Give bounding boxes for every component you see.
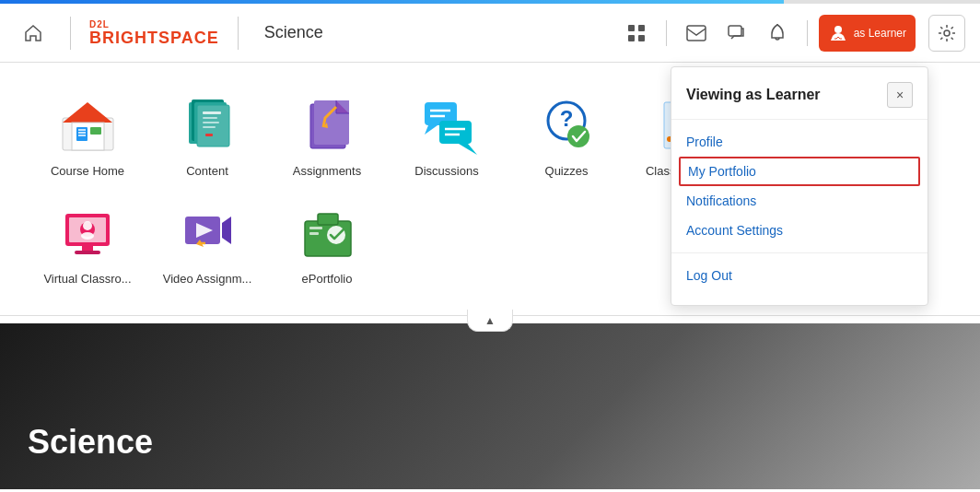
nav-item-eportfolio[interactable]: ePortfolio: [267, 189, 387, 297]
dropdown-title: Viewing as Learner: [686, 87, 821, 103]
hero-title: Science: [28, 423, 153, 462]
dropdown-divider: [671, 252, 928, 253]
logo-text2: ACE: [181, 29, 219, 47]
svg-marker-33: [459, 144, 477, 155]
svg-rect-3: [638, 35, 645, 41]
nav-item-content[interactable]: Content: [147, 81, 267, 189]
virtual-classroom-label: Virtual Classro...: [43, 272, 131, 286]
svg-rect-23: [203, 126, 216, 128]
content-icon: [175, 92, 239, 157]
email-button[interactable]: [678, 15, 715, 52]
logo-bottom: BRIGHTSPACE: [89, 29, 219, 46]
nav-item-quizzes[interactable]: ? Quizzes: [507, 81, 626, 189]
nav-item-course-home[interactable]: Course Home: [28, 81, 147, 189]
header: D2L BRIGHTSPACE Science: [0, 4, 980, 63]
nav-item-virtual-classroom[interactable]: Virtual Classro...: [28, 189, 147, 297]
svg-point-40: [567, 125, 589, 147]
svg-rect-32: [439, 121, 472, 144]
svg-rect-60: [82, 246, 93, 251]
user-button[interactable]: as Learner: [819, 15, 916, 52]
dropdown-logout-item[interactable]: Log Out: [671, 261, 928, 290]
video-assignments-icon: [175, 200, 239, 264]
course-home-icon: [55, 92, 120, 157]
collapse-icon: ▲: [484, 314, 496, 327]
header-divider-2: [238, 17, 239, 50]
chat-button[interactable]: [718, 15, 755, 52]
course-home-label: Course Home: [51, 164, 124, 178]
quizzes-label: Quizzes: [545, 164, 589, 178]
svg-rect-12: [90, 127, 101, 135]
nav-item-video-assignments[interactable]: Video Assignm...: [147, 189, 267, 297]
video-assignments-label: Video Assignm...: [163, 272, 252, 286]
logo-text: BRIGHT: [89, 29, 158, 47]
course-title: Science: [264, 23, 323, 42]
nav-item-assignments[interactable]: Assignments: [267, 81, 387, 189]
dropdown-notifications-item[interactable]: Notifications: [671, 186, 928, 216]
user-label: as Learner: [854, 27, 906, 40]
logo-accent: SP: [158, 29, 181, 47]
settings-button[interactable]: [928, 15, 965, 52]
dropdown-my-portfolio-item[interactable]: My Portfolio: [679, 157, 920, 186]
icon-divider: [666, 20, 667, 46]
collapse-button[interactable]: ▲: [467, 310, 513, 332]
svg-point-58: [83, 221, 92, 230]
svg-rect-4: [687, 26, 706, 41]
quizzes-icon: ?: [534, 92, 599, 157]
svg-rect-2: [628, 35, 635, 41]
svg-rect-0: [628, 25, 635, 31]
assignments-label: Assignments: [293, 164, 361, 178]
svg-rect-61: [75, 251, 100, 254]
home-button[interactable]: [15, 15, 52, 52]
close-icon: ×: [896, 88, 904, 102]
eportfolio-label: ePortfolio: [302, 272, 353, 286]
svg-marker-31: [425, 125, 438, 135]
header-icons: as Learner: [618, 15, 965, 52]
svg-rect-24: [205, 134, 213, 136]
icon-divider-2: [807, 20, 808, 46]
virtual-classroom-icon: [55, 200, 120, 264]
dropdown-header: Viewing as Learner ×: [671, 82, 928, 120]
svg-rect-69: [309, 227, 322, 229]
svg-point-7: [834, 26, 842, 33]
dropdown-close-button[interactable]: ×: [887, 82, 913, 108]
dropdown-account-settings-item[interactable]: Account Settings: [671, 216, 928, 245]
grid-button[interactable]: [618, 15, 655, 52]
assignments-icon: [295, 92, 359, 157]
svg-point-59: [81, 232, 94, 240]
svg-rect-22: [203, 122, 219, 123]
svg-rect-5: [729, 26, 741, 36]
logo: D2L BRIGHTSPACE: [89, 20, 219, 46]
svg-rect-1: [638, 25, 645, 31]
svg-marker-64: [222, 217, 231, 244]
discussions-label: Discussions: [414, 164, 478, 178]
progress-bar-fill: [0, 0, 784, 4]
hero-section: Science: [0, 323, 980, 489]
eportfolio-icon: [295, 200, 359, 264]
svg-rect-20: [203, 111, 221, 114]
svg-text:?: ?: [559, 106, 573, 131]
nav-item-discussions[interactable]: Discussions: [387, 81, 507, 189]
svg-point-8: [944, 30, 950, 36]
svg-rect-68: [318, 214, 338, 225]
bell-button[interactable]: [759, 15, 796, 52]
header-divider-1: [70, 17, 71, 50]
svg-rect-19: [197, 105, 229, 146]
dropdown-panel: Viewing as Learner × Profile My Portfoli…: [671, 66, 928, 306]
svg-rect-70: [309, 232, 319, 235]
progress-bar: [0, 0, 980, 4]
svg-rect-21: [203, 117, 217, 119]
discussions-icon: [414, 92, 479, 157]
content-label: Content: [186, 164, 228, 178]
dropdown-profile-item[interactable]: Profile: [671, 127, 928, 157]
